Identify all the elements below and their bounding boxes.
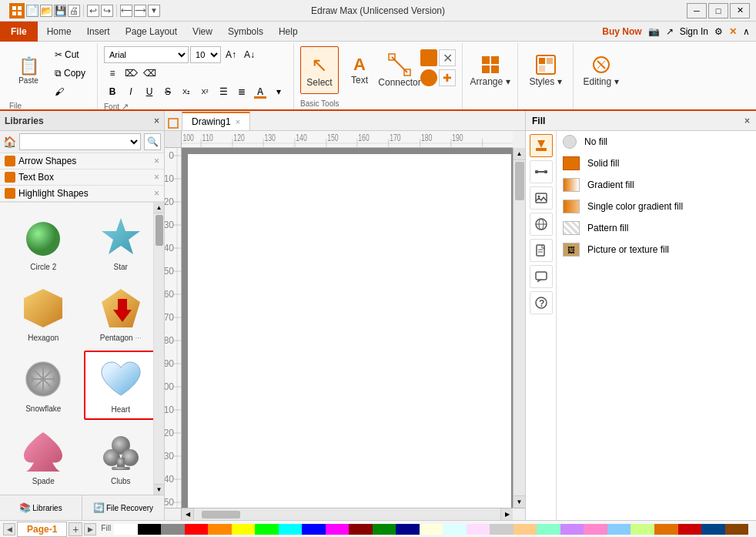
print-button[interactable]: 🖨 — [68, 5, 80, 17]
bold-button[interactable]: B — [104, 83, 121, 100]
swatch-edraw-orange[interactable] — [654, 524, 678, 535]
vscroll-down[interactable]: ▼ — [513, 495, 525, 508]
picture-texture-option[interactable]: 🖼 Picture or texture fill — [557, 239, 756, 260]
arrow-shapes-close[interactable]: × — [154, 156, 159, 166]
sign-in-button[interactable]: Sign In — [680, 26, 708, 37]
highlight-shapes-item[interactable]: Highlight Shapes × — [0, 186, 164, 202]
hscroll-thumb[interactable] — [202, 511, 240, 519]
add-page-btn[interactable]: + — [69, 522, 82, 536]
drawing1-tab-close[interactable]: × — [236, 117, 240, 126]
square-shape[interactable] — [420, 49, 437, 66]
clubs-shape-item[interactable]: Clubs — [84, 423, 159, 491]
highlight-button[interactable]: ▾ — [270, 83, 287, 100]
text-box-item[interactable]: Text Box × — [0, 169, 164, 186]
minimize-button[interactable]: ─ — [687, 3, 707, 18]
arrow-shapes-item[interactable]: Arrow Shapes × — [0, 153, 164, 169]
scroll-thumb[interactable] — [156, 215, 163, 246]
swatch-sky[interactable] — [607, 524, 631, 535]
swatch-green[interactable] — [255, 524, 279, 535]
swatch-lavender[interactable] — [560, 524, 584, 535]
library-search-select[interactable] — [19, 133, 141, 150]
file-tool-btn[interactable] — [530, 239, 553, 262]
fill-tool-btn[interactable] — [530, 134, 553, 157]
new-button[interactable]: 📄 — [26, 5, 38, 17]
cut-button[interactable]: ✂Cut — [49, 46, 91, 63]
undo-button[interactable]: ↩ — [87, 5, 99, 17]
close-button[interactable]: ✕ — [730, 3, 750, 18]
open-button[interactable]: 📂 — [40, 5, 52, 17]
close-icon[interactable]: ✕ — [729, 26, 737, 37]
libraries-bottom-btn[interactable]: 📚 Libraries — [0, 495, 82, 520]
swatch-magenta[interactable] — [326, 524, 350, 535]
styles-button[interactable]: Styles ▾ — [524, 46, 567, 94]
underline-button[interactable]: U — [141, 83, 158, 100]
text-box-close[interactable]: × — [154, 172, 159, 183]
search-button[interactable]: 🔍 — [144, 133, 161, 150]
text-button[interactable]: A Text — [340, 46, 379, 94]
page1-tab[interactable]: Page-1 — [17, 522, 67, 537]
circle-shape[interactable] — [420, 69, 437, 86]
help-tool-btn[interactable]: ? — [530, 291, 553, 314]
page-layout-menu[interactable]: Page Layout — [118, 22, 185, 42]
circle2-shape-item[interactable]: Circle 2 — [6, 209, 81, 277]
customize-button[interactable]: ▼ — [148, 5, 160, 17]
snowflake-shape-item[interactable]: Snowflake — [6, 351, 81, 420]
swatch-orange[interactable] — [208, 524, 232, 535]
buy-now-link[interactable]: Buy Now — [602, 26, 641, 37]
font-color-container[interactable]: A — [252, 83, 269, 100]
font-size-increase[interactable]: A↑ — [222, 46, 239, 63]
font-size-decrease[interactable]: A↓ — [241, 46, 258, 63]
settings-icon[interactable]: ⚙ — [714, 26, 723, 37]
scroll-down-btn[interactable]: ▼ — [154, 484, 164, 495]
drawing1-tab[interactable]: Drawing1 × — [182, 112, 250, 130]
redo2-button[interactable]: ⟶ — [134, 5, 146, 17]
strikethrough-button[interactable]: S — [159, 83, 176, 100]
plus-shape[interactable]: ✚ — [439, 69, 456, 86]
next-page-btn[interactable]: ▶ — [84, 523, 96, 535]
pattern-fill-option[interactable]: Pattern fill — [557, 217, 756, 239]
share-icon[interactable]: ↗ — [666, 26, 674, 37]
select-button[interactable]: ↖ Select — [300, 46, 339, 94]
symbols-menu[interactable]: Symbols — [220, 22, 271, 42]
swatch-light-gray[interactable] — [490, 524, 513, 535]
swatch-teal[interactable] — [701, 524, 725, 535]
font-size-select[interactable]: 10 — [190, 46, 221, 63]
list-button[interactable]: ☰ — [215, 83, 232, 100]
swatch-gray[interactable] — [161, 524, 185, 535]
highlight-shapes-close[interactable]: × — [154, 188, 159, 199]
line-tool-btn[interactable] — [530, 160, 553, 183]
home-icon[interactable]: 🏠 — [3, 136, 16, 148]
redo-button[interactable]: ↪ — [101, 5, 113, 17]
fill-panel-close[interactable]: × — [744, 116, 750, 126]
paste-button[interactable]: 📋 Paste — [9, 46, 48, 94]
copy-button[interactable]: ⧉Copy — [49, 65, 91, 82]
vscroll-up[interactable]: ▲ — [513, 148, 525, 160]
connector-button[interactable]: Connector — [380, 46, 419, 94]
prev-page-btn[interactable]: ◀ — [3, 523, 15, 535]
libraries-close[interactable]: × — [154, 116, 159, 126]
font-family-select[interactable]: Arial — [104, 46, 189, 63]
expand-icon[interactable]: ∧ — [743, 26, 750, 37]
spade-shape-item[interactable]: Spade — [6, 423, 81, 491]
globe-tool-btn[interactable] — [530, 213, 553, 236]
view-menu[interactable]: View — [185, 22, 220, 42]
swatch-dark-blue[interactable] — [396, 524, 420, 535]
file-menu[interactable]: File — [0, 22, 38, 42]
swatch-lime[interactable] — [631, 524, 654, 535]
list2-button[interactable]: ≣ — [233, 83, 250, 100]
editing-button[interactable]: Editing ▾ — [580, 46, 622, 94]
image-tool-btn[interactable] — [530, 186, 553, 210]
save-button[interactable]: 💾 — [54, 5, 66, 17]
italic-button[interactable]: I — [122, 83, 139, 100]
pentagon-shape-item[interactable]: Pentagon ··· — [84, 280, 159, 347]
swatch-blue[interactable] — [302, 524, 326, 535]
hexagon-shape-item[interactable]: Hexagon — [6, 280, 81, 347]
swatch-dark-red[interactable] — [349, 524, 373, 535]
swatch-light-yellow[interactable] — [420, 524, 443, 535]
format-painter-button[interactable]: 🖌 — [49, 83, 91, 100]
swatch-pink[interactable] — [584, 524, 607, 535]
gradient-fill-option[interactable]: Gradient fill — [557, 174, 756, 196]
help-menu[interactable]: Help — [271, 22, 306, 42]
align-button[interactable]: ≡ — [104, 65, 121, 82]
swatch-black[interactable] — [138, 524, 162, 535]
